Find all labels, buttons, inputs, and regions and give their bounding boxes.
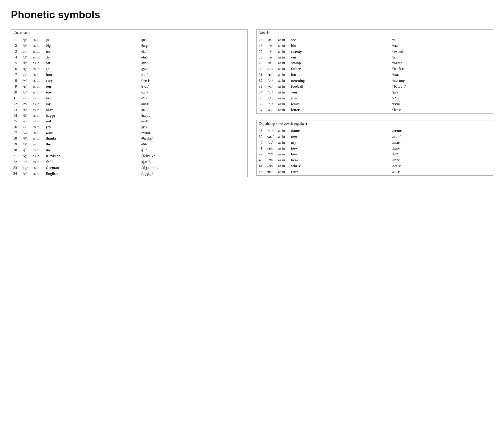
phonetic-symbol: /ʒ/ <box>19 153 30 159</box>
example-word: letter <box>289 107 390 114</box>
phonetic-symbol: /dʒ/ <box>19 165 30 171</box>
example-word: new <box>289 134 390 140</box>
right-col: Vowels 25 /iː/ as in see /siː/ 26 /ɪ/ as… <box>256 29 493 175</box>
as-in-label: as in <box>30 171 43 177</box>
pronunciation: /haʊ/ <box>390 145 493 151</box>
as-in-label: as in <box>30 48 43 54</box>
phonetic-symbol: /d/ <box>19 54 30 60</box>
as-in-label: as in <box>30 113 43 118</box>
table-row: 16 /j/ as in yes /jes/ <box>11 124 248 130</box>
as-in-label: as in <box>30 141 43 147</box>
as-in-label: as in <box>276 55 289 60</box>
row-number: 10 <box>11 89 19 95</box>
table-row: 45 /ʊə/ as in tour /tʊə/ <box>257 169 493 175</box>
pronunciation: /red/ <box>139 118 247 124</box>
phonetic-symbol: /ɑː/ <box>265 66 276 72</box>
example-word: his <box>289 43 390 49</box>
as-in-label: as in <box>30 147 43 153</box>
example-word: the <box>43 141 139 147</box>
as-in-label: as in <box>276 95 289 101</box>
as-in-label: as in <box>30 159 43 165</box>
phonetic-symbol: /eɪ/ <box>265 127 276 134</box>
page-title: Phonetic symbols <box>11 9 493 21</box>
as-in-label: as in <box>30 89 43 95</box>
phonetic-symbol: /v/ <box>19 78 30 83</box>
as-in-label: as in <box>276 134 289 140</box>
pronunciation: /gəʊ/ <box>139 66 247 72</box>
row-number: 27 <box>257 49 265 55</box>
phonetic-symbol: /w/ <box>19 130 30 136</box>
phonetic-symbol: /k/ <box>19 60 30 66</box>
as-in-label: as in <box>30 153 43 159</box>
table-row: 20 /ʃ/ as in she /ʃiː/ <box>11 147 248 153</box>
row-number: 18 <box>11 136 19 141</box>
row-number: 13 <box>11 107 19 113</box>
phonetic-symbol: /e/ <box>265 55 276 60</box>
phonetic-symbol: /ʌ/ <box>265 95 276 101</box>
example-word: English <box>43 171 139 177</box>
table-row: 4 /d/ as in do /duː/ <box>11 54 248 60</box>
row-number: 40 <box>257 140 265 145</box>
example-word: see <box>289 36 390 43</box>
table-row: 37 /ə/ as in letter /ˈletə/ <box>257 107 493 114</box>
pronunciation: /kæt/ <box>139 60 247 66</box>
example-word: television <box>43 153 139 159</box>
diphthongs-table: Diphthongs (two vowels together) 38 /eɪ/… <box>256 120 493 175</box>
example-word: how <box>289 145 390 151</box>
phonetic-symbol: /ə/ <box>265 107 276 114</box>
as-in-label: as in <box>276 127 289 134</box>
table-row: 35 /ʌ/ as in sun /sʌn/ <box>257 95 493 101</box>
as-in-label: as in <box>276 83 289 89</box>
as-in-label: as in <box>276 151 289 157</box>
row-number: 5 <box>11 60 19 66</box>
example-word: four <box>43 72 139 78</box>
as-in-label: as in <box>276 49 289 55</box>
row-number: 30 <box>257 66 265 72</box>
example-word: red <box>43 118 139 124</box>
table-row: 34 /uː/ as in you /juː/ <box>257 89 493 95</box>
table-row: 11 /l/ as in live /lɪv/ <box>11 95 248 101</box>
as-in-label: as in <box>30 66 43 72</box>
table-row: 9 /s/ as in son /sʌn/ <box>11 83 248 89</box>
row-number: 24 <box>11 171 19 177</box>
consonants-header: Consonants <box>11 29 248 36</box>
table-row: 12 /m/ as in my /maɪ/ <box>11 101 248 107</box>
example-word: you <box>289 89 390 95</box>
row-number: 28 <box>257 55 265 60</box>
pronunciation: /hæpi/ <box>139 113 247 118</box>
phonetic-symbol: /g/ <box>19 66 30 72</box>
table-row: 26 /ɪ/ as in his /hɪz/ <box>257 43 493 49</box>
table-row: 27 /i/ as in twenty /ˈtwenti/ <box>257 49 493 55</box>
as-in-label: as in <box>276 140 289 145</box>
row-number: 15 <box>11 118 19 124</box>
row-number: 21 <box>11 153 19 159</box>
pronunciation: /ʃiː/ <box>139 147 247 153</box>
row-number: 22 <box>11 159 19 165</box>
phonetic-symbol: /aɪ/ <box>265 140 276 145</box>
as-in-label: as in <box>276 78 289 83</box>
row-number: 4 <box>11 54 19 60</box>
pronunciation: /sʌn/ <box>390 95 493 101</box>
example-word: yes <box>43 124 139 130</box>
table-row: 24 /ŋ/ as in English /ˈɪŋglɪʃ/ <box>11 171 248 177</box>
example-word: live <box>43 95 139 101</box>
row-number: 2 <box>11 43 19 48</box>
phonetic-symbol: /ɔː/ <box>265 78 276 83</box>
table-row: 30 /ɑː/ as in father /ˈfɑːðə/ <box>257 66 493 72</box>
as-in-label: as in <box>30 101 43 107</box>
phonetic-symbol: /əʊ/ <box>265 134 276 140</box>
phonetic-symbol: /ɜː/ <box>265 101 276 107</box>
example-word: happy <box>43 113 139 118</box>
table-row: 18 /θ/ as in thanks /θæŋks/ <box>11 136 248 141</box>
table-row: 10 /z/ as in zoo /zuː/ <box>11 89 248 95</box>
row-number: 33 <box>257 83 265 89</box>
vowels-header: Vowels <box>257 29 493 36</box>
table-row: 28 /e/ as in ten /ten/ <box>257 55 493 60</box>
as-in-label: as in <box>30 165 43 171</box>
example-word: morning <box>289 78 390 83</box>
pronunciation: /maɪ/ <box>139 101 247 107</box>
phonetic-symbol: /s/ <box>19 83 30 89</box>
example-word: tour <box>289 169 390 175</box>
phonetic-symbol: /ɔɪ/ <box>265 151 276 157</box>
phonetic-symbol: /ð/ <box>19 141 30 147</box>
